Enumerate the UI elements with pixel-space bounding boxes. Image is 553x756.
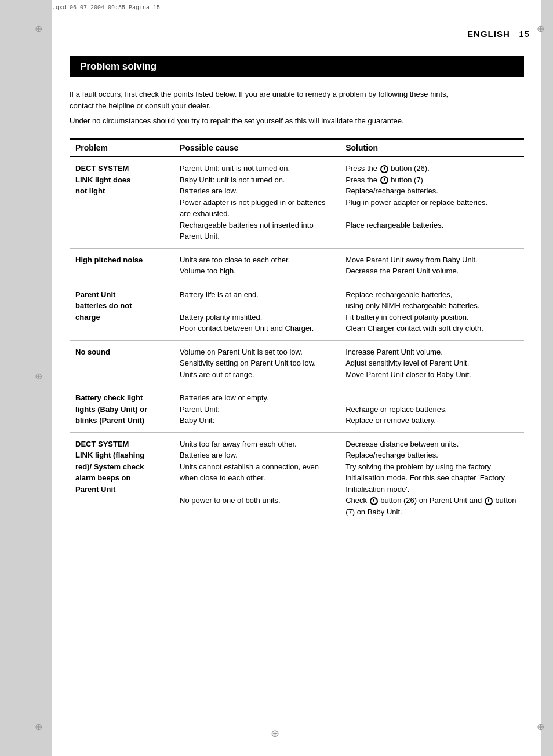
table-row: DECT SYSTEMLINK light (flashingred)/ Sys… — [70, 432, 524, 523]
solution-cell: Decrease distance between units. Replace… — [340, 432, 524, 523]
intro-text-1: If a fault occurs, first check the point… — [70, 89, 464, 112]
cross-mark-mid-left: ⊕ — [35, 371, 46, 382]
bottom-center-mark — [271, 727, 282, 739]
language-text: ENGLISH — [467, 29, 510, 39]
problem-cell: No sound — [70, 340, 174, 386]
col-header-problem: Problem — [70, 139, 174, 156]
right-decorative-bar — [541, 0, 553, 756]
main-content: Problem solving If a fault occurs, first… — [52, 16, 541, 523]
problem-text: No sound — [75, 348, 110, 356]
table-row: No sound Volume on Parent Unit is set to… — [70, 340, 524, 386]
language-label: ENGLISH 15 — [467, 29, 530, 39]
cross-mark-bottom-right: ⊕ — [537, 721, 548, 733]
problem-cell: Battery check lightlights (Baby Unit) or… — [70, 386, 174, 433]
problem-cell: Parent Unitbatteries do notcharge — [70, 283, 174, 340]
solution-cell: Recharge or replace batteries. Replace o… — [340, 386, 524, 433]
power-icon — [380, 165, 388, 173]
table-row: Parent Unitbatteries do notcharge Batter… — [70, 283, 524, 340]
cause-cell: Batteries are low or empty. Parent Unit:… — [174, 386, 340, 433]
solution-cell: Press the button (26). Press the button … — [340, 156, 524, 248]
page-number: 15 — [519, 29, 530, 39]
intro-paragraph: If a fault occurs, first check the point… — [70, 89, 464, 127]
cause-cell: Units too far away from each other. Batt… — [174, 432, 340, 523]
power-icon — [485, 497, 493, 505]
cross-mark-bottom-left: ⊕ — [35, 721, 46, 733]
problem-cell: DECT SYSTEMLINK light (flashingred)/ Sys… — [70, 432, 174, 523]
problem-text: DECT SYSTEMLINK light doesnot light — [75, 164, 130, 195]
table-row: DECT SYSTEMLINK light doesnot light Pare… — [70, 156, 524, 248]
solution-cell: Move Parent Unit away from Baby Unit. De… — [340, 248, 524, 283]
cross-mark-top-right: ⊕ — [537, 23, 548, 35]
problem-text: Parent Unitbatteries do notcharge — [75, 290, 132, 322]
cause-cell: Parent Unit: unit is not turned on. Baby… — [174, 156, 340, 248]
section-title: Problem solving — [70, 56, 524, 77]
power-icon — [370, 497, 378, 505]
problem-cell: High pitched noise — [70, 248, 174, 283]
table-row: Battery check lightlights (Baby Unit) or… — [70, 386, 524, 433]
table-row: High pitched noise Units are too close t… — [70, 248, 524, 283]
problem-cell: DECT SYSTEMLINK light doesnot light — [70, 156, 174, 248]
problem-text: Battery check lightlights (Baby Unit) or… — [75, 393, 147, 425]
problem-table: Problem Possible cause Solution DECT SYS… — [70, 138, 524, 523]
solution-cell: Replace rechargeable batteries, using on… — [340, 283, 524, 340]
page-container: ⊕ ⊕ ⊕ ⊕ ⊕ SC479_book.qxd 06-07-2004 09:5… — [0, 0, 553, 756]
power-icon — [380, 176, 388, 184]
cause-cell: Battery life is at an end. Battery polar… — [174, 283, 340, 340]
file-metadata: SC479_book.qxd 06-07-2004 09:55 Pagina 1… — [0, 0, 553, 16]
col-header-cause: Possible cause — [174, 139, 340, 156]
cross-mark-top-left: ⊕ — [35, 23, 46, 35]
intro-text-2: Under no circumstances should you try to… — [70, 115, 464, 127]
problem-text: High pitched noise — [75, 255, 143, 264]
col-header-solution: Solution — [340, 139, 524, 156]
problem-text: DECT SYSTEMLINK light (flashingred)/ Sys… — [75, 440, 144, 494]
cause-cell: Volume on Parent Unit is set too low. Se… — [174, 340, 340, 386]
cause-cell: Units are too close to each other. Volum… — [174, 248, 340, 283]
solution-cell: Increase Parent Unit volume. Adjust sens… — [340, 340, 524, 386]
